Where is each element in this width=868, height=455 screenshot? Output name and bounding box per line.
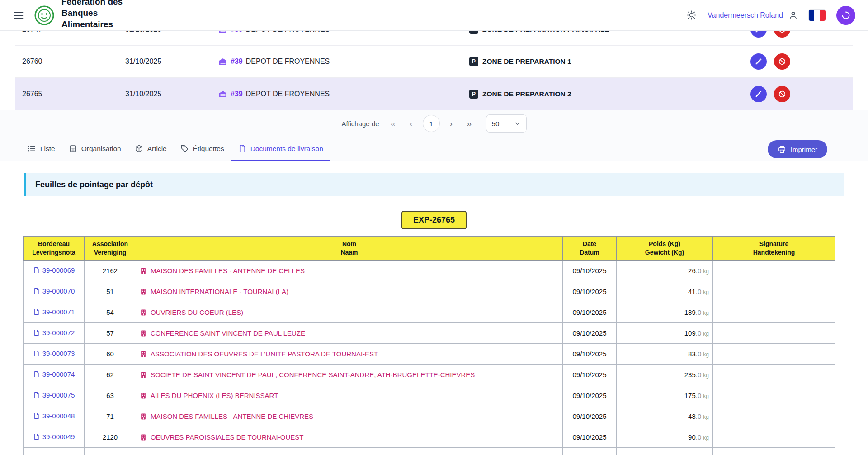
bordereau-link[interactable]: 39-000071 bbox=[33, 308, 75, 316]
shipment-row-selected[interactable]: 26765 31/10/2025 #39 DEPOT DE FROYENNES … bbox=[15, 78, 853, 110]
delivery-date: 09/10/2025 bbox=[563, 323, 617, 344]
bordereau-link[interactable]: 39-000072 bbox=[33, 329, 75, 337]
building-icon bbox=[140, 330, 147, 337]
table-row: 39-000075 63 AILES DU PHOENIX (LES) BERN… bbox=[24, 385, 835, 406]
bordereau-link[interactable]: 39-000075 bbox=[33, 391, 75, 399]
col-header-date: DateDatum bbox=[563, 237, 617, 261]
tab-article[interactable]: Article bbox=[128, 137, 174, 161]
bordereau-link[interactable]: 39-000069 bbox=[33, 266, 75, 274]
weight-cell: 109.0kg bbox=[617, 323, 713, 344]
document-icon bbox=[33, 350, 40, 357]
tab-documents-de-livraison[interactable]: Documents de livraison bbox=[231, 137, 330, 161]
bordereau-link[interactable]: 39-000074 bbox=[33, 370, 75, 378]
shipment-zone: ZONE DE PREPARATION 1 bbox=[469, 57, 853, 66]
col-header-poids: Poids (Kg)Gewicht (Kg) bbox=[617, 237, 713, 261]
bordereau-link[interactable]: 39-000073 bbox=[33, 350, 75, 357]
assistant-button[interactable] bbox=[836, 6, 855, 25]
pencil-icon bbox=[755, 90, 763, 98]
print-button[interactable]: Imprimer bbox=[768, 140, 827, 158]
first-page-button[interactable]: « bbox=[387, 119, 400, 128]
tab-liste[interactable]: Liste bbox=[21, 137, 62, 161]
swirl-icon bbox=[841, 10, 851, 20]
cancel-button[interactable] bbox=[774, 53, 790, 70]
delivery-date: 09/10/2025 bbox=[563, 281, 617, 302]
association-name-cell: SOCIETE DE SAINT VINCENT DE PAUL, CONFER… bbox=[136, 365, 563, 385]
building-icon bbox=[140, 267, 147, 275]
building-icon bbox=[140, 309, 147, 316]
signature-cell bbox=[713, 427, 835, 448]
association-number: 63 bbox=[85, 385, 136, 406]
col-header-bordereau: BordereauLeveringsnota bbox=[24, 237, 85, 261]
delivery-date: 09/10/2025 bbox=[563, 385, 617, 406]
edit-button[interactable] bbox=[750, 53, 767, 70]
table-row: 39-000071 54 OUVRIERS DU COEUR (LES) 09/… bbox=[24, 302, 835, 323]
association-name-cell: OUVRIERS DU COEUR (LES) bbox=[136, 302, 563, 323]
page-size-select[interactable]: 50 bbox=[486, 114, 527, 133]
shipment-row[interactable]: 26760 31/10/2025 #39 DEPOT DE FROYENNES … bbox=[15, 46, 853, 78]
next-page-button[interactable]: › bbox=[444, 119, 458, 128]
association-number: 2120 bbox=[85, 427, 136, 448]
pencil-icon bbox=[755, 57, 763, 66]
theme-toggle-button[interactable] bbox=[686, 10, 697, 20]
signature-cell bbox=[713, 344, 835, 365]
col-header-association: AssociationVereniging bbox=[85, 237, 136, 261]
pagination: Affichage de « ‹ 1 › » 50 bbox=[0, 110, 868, 137]
association-name-cell: MAISON INTERNATIONALE - TOURNAI (LA) bbox=[136, 281, 563, 302]
shipment-id: 26760 bbox=[15, 57, 125, 66]
signature-cell bbox=[713, 385, 835, 406]
document-icon bbox=[33, 371, 40, 378]
weight-cell: 41.0kg bbox=[617, 281, 713, 302]
zone-icon bbox=[469, 90, 478, 99]
building-icon bbox=[140, 392, 147, 399]
bordereau-link[interactable]: 39-000070 bbox=[33, 287, 75, 295]
exp-badge: EXP-26765 bbox=[401, 211, 467, 229]
list-icon bbox=[28, 144, 36, 153]
row-actions bbox=[750, 86, 790, 102]
user-menu[interactable]: Vandermeersch Roland bbox=[708, 10, 798, 20]
hamburger-icon bbox=[13, 9, 24, 21]
weight-cell: 26.0kg bbox=[617, 261, 713, 281]
association-number bbox=[85, 448, 136, 455]
section-banner: Feuilles de pointage par dépôt bbox=[24, 173, 844, 196]
sun-icon bbox=[686, 10, 697, 20]
edit-button[interactable] bbox=[750, 86, 767, 102]
document-icon bbox=[33, 433, 40, 440]
delivery-date bbox=[563, 448, 617, 455]
table-row: 39-000048 71 MAISON DES FAMILLES - ANTEN… bbox=[24, 406, 835, 427]
tab-etiquettes[interactable]: Étiquettes bbox=[174, 137, 231, 161]
delivery-date: 09/10/2025 bbox=[563, 365, 617, 385]
building-icon bbox=[140, 371, 147, 379]
printer-icon bbox=[778, 145, 786, 154]
current-page-button[interactable]: 1 bbox=[423, 115, 440, 132]
header-actions: Vandermeersch Roland bbox=[686, 6, 855, 25]
tag-icon bbox=[180, 144, 189, 153]
previous-page-button[interactable]: ‹ bbox=[405, 119, 418, 128]
tab-organisation[interactable]: Organisation bbox=[62, 137, 128, 161]
logo bbox=[34, 5, 54, 25]
table-row: 39-000074 62 SOCIETE DE SAINT VINCENT DE… bbox=[24, 365, 835, 385]
hamburger-menu-button[interactable] bbox=[11, 8, 26, 23]
weight-cell: 48.0kg bbox=[617, 406, 713, 427]
document-icon bbox=[33, 412, 40, 419]
cancel-button[interactable] bbox=[774, 86, 790, 102]
last-page-button[interactable]: » bbox=[462, 119, 476, 128]
user-name: Vandermeersch Roland bbox=[708, 11, 783, 19]
weight-cell bbox=[617, 448, 713, 455]
building-icon bbox=[140, 351, 147, 358]
document-icon bbox=[33, 392, 40, 398]
language-flag-france[interactable] bbox=[809, 10, 826, 21]
exp-badge-row: EXP-26765 bbox=[0, 211, 868, 229]
signature-cell bbox=[713, 302, 835, 323]
building-icon bbox=[140, 434, 147, 441]
ban-icon bbox=[778, 90, 786, 98]
association-number: 57 bbox=[85, 323, 136, 344]
bordereau-link[interactable]: 39-000048 bbox=[33, 412, 75, 420]
warehouse-icon bbox=[218, 90, 227, 99]
delivery-date: 09/10/2025 bbox=[563, 302, 617, 323]
delivery-date: 09/10/2025 bbox=[563, 406, 617, 427]
col-header-signature: SignatureHandtekening bbox=[713, 237, 835, 261]
table-row: 39-000049 2120 OEUVRES PAROISSIALES DE T… bbox=[24, 427, 835, 448]
weight-cell: 83.0kg bbox=[617, 344, 713, 365]
shipment-depot: #39 DEPOT DE FROYENNES bbox=[218, 90, 469, 99]
bordereau-link[interactable]: 39-000049 bbox=[33, 433, 75, 441]
